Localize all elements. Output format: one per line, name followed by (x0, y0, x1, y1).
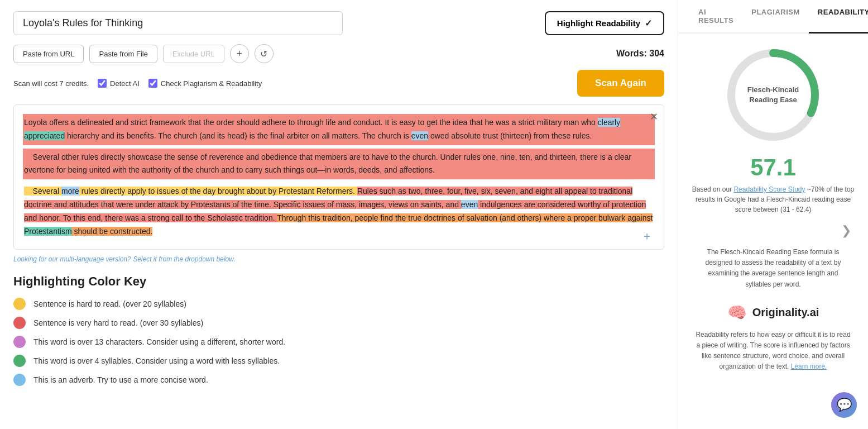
color-key-item-red: Sentence is very hard to read. (over 30 … (13, 317, 664, 329)
p1-part2: hierarchy and its benefits. (65, 131, 156, 140)
document-title-input[interactable] (13, 11, 343, 35)
plagiarism-label: Check Plagiarism & Readability (161, 79, 262, 88)
p1-even: even (411, 131, 428, 140)
add-button[interactable]: + (230, 44, 249, 63)
detect-ai-checkbox[interactable] (98, 79, 107, 88)
pink-dot (13, 336, 26, 348)
brand-name: Originality.ai (752, 306, 819, 319)
color-key-item-blue: This is an adverb. Try to use a more con… (13, 374, 664, 386)
color-key-item-green: This word is over 4 syllables. Consider … (13, 355, 664, 367)
p3-more: more (61, 187, 79, 196)
tab-plagiarism[interactable]: PLAGIARISM (742, 0, 809, 32)
check-icon: ✓ (645, 18, 652, 28)
readability-panel: Flesch-KincaidReading Ease 57.1 Based on… (678, 34, 868, 429)
p2-text: Several other rules directly showcase th… (24, 152, 631, 175)
scan-again-button[interactable]: Scan Again (577, 70, 664, 97)
color-key-label-pink: This word is over 13 characters. Conside… (33, 337, 285, 346)
color-key-item-pink: This word is over 13 characters. Conside… (13, 336, 664, 348)
share-icon: ↺ (260, 49, 267, 59)
detect-ai-checkbox-label[interactable]: Detect AI (98, 79, 140, 88)
brand-desc-text: Readability refers to how easy or diffic… (696, 331, 850, 371)
tab-ai-results[interactable]: AI RESULTS (689, 0, 742, 32)
text-content[interactable]: Loyola offers a delineated and strict fr… (14, 105, 664, 249)
right-sidebar: AI RESULTS PLAGIARISM READABILITY Flesc (678, 0, 868, 429)
color-key-label-blue: This is an adverb. Try to use a more con… (33, 375, 208, 384)
p1-part4: owed absolute trust (thirteen) from thes… (428, 131, 592, 140)
tab-readability[interactable]: READABILITY (809, 0, 868, 32)
gauge-label: Flesch-KincaidReading Ease (745, 85, 801, 105)
add-content-button[interactable]: ＋ (641, 228, 653, 244)
brand-description: Readability refers to how easy or diffic… (689, 330, 857, 373)
text-editor-area: Loyola offers a delineated and strict fr… (13, 104, 664, 250)
color-key-title: Highlighting Color Key (13, 274, 664, 289)
chat-icon-button[interactable]: 💬 (831, 392, 857, 418)
color-key-item-yellow: Sentence is hard to read. (over 20 sylla… (13, 298, 664, 310)
detect-ai-label: Detect AI (110, 79, 140, 88)
cost-text: Scan will cost 7 credits. (13, 79, 89, 88)
learn-more-link[interactable]: Learn more. (791, 363, 827, 370)
red-dot (13, 317, 26, 329)
color-key-label-green: This word is over 4 syllables. Consider … (33, 356, 280, 365)
brand-row: 🧠 Originality.ai (689, 303, 857, 322)
p1-part3: The church (and its head) is the final a… (156, 131, 411, 140)
highlight-readability-button[interactable]: Highlight Readability ✓ (545, 11, 664, 35)
plus-icon: + (237, 48, 243, 60)
blue-dot (13, 374, 26, 386)
green-dot (13, 355, 26, 367)
exclude-url-button: Exclude URL (163, 45, 224, 63)
multilang-note[interactable]: Looking for our multi-language version? … (13, 255, 664, 263)
readability-study-link[interactable]: Readability Score Study (733, 185, 805, 193)
paste-from-url-button[interactable]: Paste from URL (13, 45, 84, 63)
chevron-right-button[interactable]: ❯ (689, 223, 857, 238)
chat-icon-symbol: 💬 (837, 398, 852, 412)
p1-part1: Loyola offers a delineated and strict fr… (24, 118, 598, 127)
color-key-label-red: Sentence is very hard to read. (over 30 … (33, 318, 203, 327)
yellow-dot (13, 298, 26, 310)
brand-icon: 🧠 (727, 303, 747, 322)
score-desc-pre: Based on our (692, 185, 734, 193)
color-key-list: Sentence is hard to read. (over 20 sylla… (13, 298, 664, 386)
results-tabs: AI RESULTS PLAGIARISM READABILITY (678, 0, 868, 34)
gauge-wrap: Flesch-KincaidReading Ease (723, 45, 823, 145)
word-count: Words: 304 (616, 49, 664, 59)
paste-from-file-button[interactable]: Paste from File (89, 45, 157, 63)
share-button[interactable]: ↺ (255, 44, 274, 63)
color-key-label-yellow: Sentence is hard to read. (over 20 sylla… (33, 299, 186, 308)
readability-score: 57.1 (689, 154, 857, 181)
plagiarism-checkbox-label[interactable]: Check Plagiarism & Readability (148, 79, 262, 88)
p1-clearly: clearly (598, 118, 620, 127)
plagiarism-checkbox[interactable] (148, 79, 157, 88)
formula-description: The Flesch-Kincaid Reading Ease formula … (689, 247, 857, 290)
close-text-button[interactable]: ✕ (650, 111, 658, 123)
p3-protestantism: Protestantism (24, 227, 72, 236)
p3-even: even (461, 200, 478, 209)
score-description: Based on our Readability Score Study ~70… (689, 184, 857, 214)
highlight-readability-label: Highlight Readability (557, 18, 640, 28)
p1-appreciated: appreciated (24, 131, 65, 140)
gauge-container: Flesch-KincaidReading Ease (689, 45, 857, 145)
